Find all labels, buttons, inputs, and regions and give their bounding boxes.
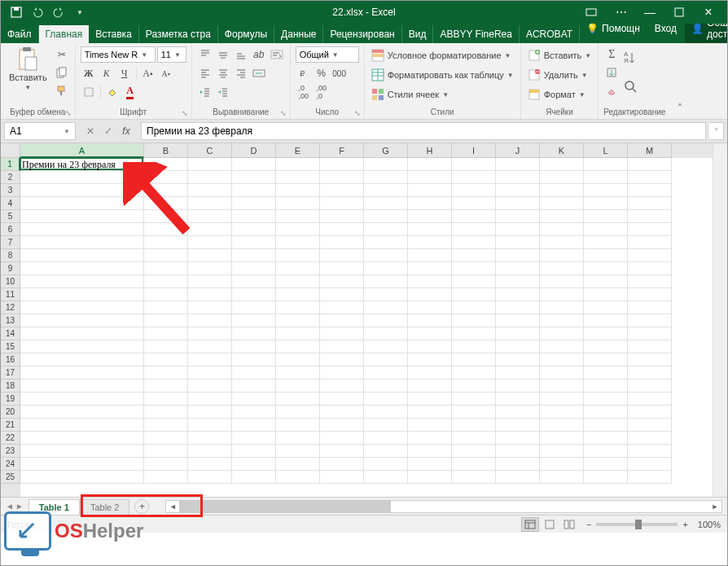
cell[interactable] [20, 432, 144, 445]
cell[interactable] [276, 236, 320, 249]
page-break-view-icon[interactable] [560, 517, 578, 532]
sheet-tab-1[interactable]: Table 1 [29, 499, 80, 515]
cell[interactable] [452, 432, 496, 445]
cell[interactable] [144, 445, 188, 458]
clipboard-launcher-icon[interactable]: ⤡ [65, 109, 72, 117]
column-header[interactable]: B [144, 143, 188, 158]
cell[interactable] [276, 340, 320, 353]
row-header[interactable]: 15 [1, 340, 20, 353]
cell[interactable] [452, 393, 496, 406]
tab-insert[interactable]: Вставка [89, 25, 139, 43]
row-header[interactable]: 8 [1, 249, 20, 262]
column-header[interactable]: G [364, 143, 408, 158]
cell[interactable] [320, 393, 364, 406]
cell[interactable] [364, 471, 408, 484]
cell[interactable] [320, 471, 364, 484]
decrease-decimal-icon[interactable]: ,00,0 [314, 84, 330, 100]
cell[interactable] [496, 406, 540, 419]
cell[interactable] [364, 236, 408, 249]
cell[interactable] [320, 419, 364, 432]
tab-data[interactable]: Данные [274, 25, 323, 43]
cell[interactable] [364, 366, 408, 380]
cell[interactable] [540, 340, 584, 353]
cut-icon[interactable]: ✂ [54, 46, 70, 63]
tab-formulas[interactable]: Формулы [218, 25, 274, 43]
cell[interactable] [584, 327, 628, 340]
cell[interactable] [20, 445, 144, 458]
cell[interactable] [584, 223, 628, 236]
cell[interactable] [584, 158, 628, 171]
cell[interactable] [188, 353, 232, 366]
cell[interactable] [276, 432, 320, 445]
cell[interactable] [584, 197, 628, 210]
cell[interactable] [232, 158, 276, 171]
column-header[interactable]: H [408, 143, 452, 158]
cell[interactable] [20, 419, 144, 432]
cell[interactable] [452, 197, 496, 210]
cell[interactable] [232, 340, 276, 353]
collapse-ribbon-icon[interactable]: ˄ [670, 43, 690, 119]
cell[interactable] [496, 445, 540, 458]
cell[interactable] [20, 393, 144, 406]
cell[interactable] [628, 471, 672, 484]
cell[interactable] [628, 458, 672, 471]
cell[interactable] [20, 366, 144, 380]
decrease-font-icon[interactable]: A▾ [158, 65, 174, 81]
column-header[interactable]: I [452, 143, 496, 158]
normal-view-icon[interactable] [521, 517, 539, 532]
tab-file[interactable]: Файл [1, 25, 39, 43]
cell[interactable] [20, 223, 144, 236]
row-header[interactable]: 14 [1, 327, 20, 340]
cell[interactable] [320, 340, 364, 353]
cell[interactable] [144, 236, 188, 249]
cell[interactable] [276, 380, 320, 393]
cell[interactable] [188, 249, 232, 262]
cell[interactable] [20, 458, 144, 471]
cell[interactable] [144, 249, 188, 262]
cell[interactable] [408, 236, 452, 249]
sheet-tab-2[interactable]: Table 2 [80, 499, 129, 515]
cell[interactable] [408, 353, 452, 366]
row-header[interactable]: 18 [1, 380, 20, 393]
cell[interactable] [364, 275, 408, 288]
cell[interactable] [408, 158, 452, 171]
cell[interactable] [628, 432, 672, 445]
cell[interactable] [144, 314, 188, 327]
cell[interactable] [144, 275, 188, 288]
cell[interactable] [188, 380, 232, 393]
format-cells-button[interactable]: Формат▼ [526, 86, 594, 103]
format-painter-icon[interactable] [54, 82, 70, 99]
cell[interactable] [540, 445, 584, 458]
cell[interactable] [452, 445, 496, 458]
cell[interactable] [232, 327, 276, 340]
cell[interactable] [144, 340, 188, 353]
cell[interactable] [188, 288, 232, 301]
cell[interactable] [452, 236, 496, 249]
cell[interactable] [188, 432, 232, 445]
close-icon[interactable]: × [695, 3, 722, 21]
ribbon-options-icon[interactable]: ⋯ [607, 3, 634, 21]
cell[interactable] [408, 223, 452, 236]
cell[interactable] [540, 353, 584, 366]
cell[interactable] [276, 275, 320, 288]
cell[interactable] [188, 275, 232, 288]
cell[interactable] [188, 471, 232, 484]
name-box[interactable]: A1▼ [4, 122, 76, 140]
row-header[interactable]: 1 [1, 158, 20, 171]
cell[interactable] [364, 301, 408, 314]
cell[interactable] [540, 471, 584, 484]
vertical-scrollbar[interactable] [713, 143, 727, 497]
cell[interactable] [232, 406, 276, 419]
align-right-icon[interactable] [233, 65, 249, 81]
increase-font-icon[interactable]: A▴ [140, 65, 156, 81]
cell[interactable] [188, 340, 232, 353]
increase-indent-icon[interactable] [215, 84, 231, 100]
cell[interactable] [628, 314, 672, 327]
cell[interactable] [540, 288, 584, 301]
cell[interactable] [408, 432, 452, 445]
cell[interactable] [188, 419, 232, 432]
cell[interactable] [628, 249, 672, 262]
cell[interactable] [276, 406, 320, 419]
number-format-combo[interactable]: Общий▼ [296, 46, 359, 63]
cell[interactable] [408, 445, 452, 458]
